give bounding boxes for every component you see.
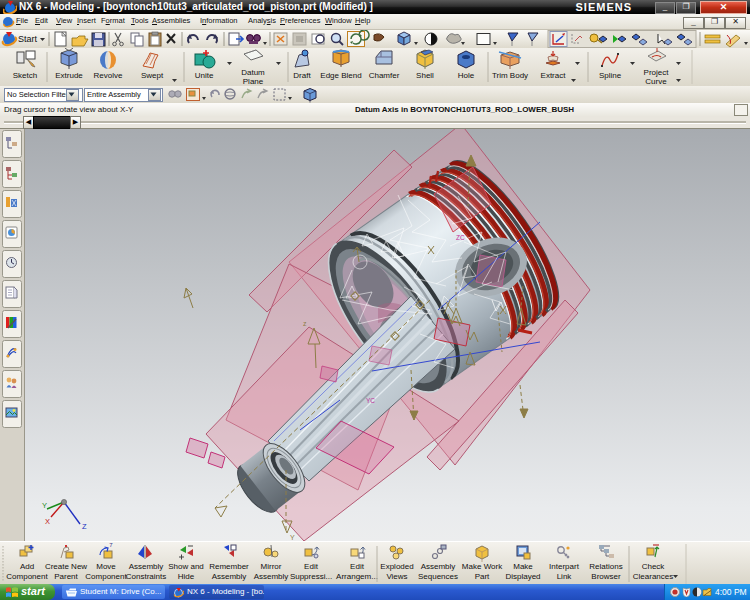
svg-text:Curve: Curve [645,77,667,86]
svg-text:Assembly: Assembly [421,562,456,571]
svg-text:Trim Body: Trim Body [492,71,528,80]
svg-text:Draft: Draft [293,71,311,80]
svg-text:Link: Link [557,572,573,581]
svg-text:Y: Y [290,534,295,541]
svg-text:Shell: Shell [416,71,434,80]
svg-text:Constraints: Constraints [126,572,166,581]
svg-text:Edit: Edit [304,562,319,571]
svg-text:Spline: Spline [599,71,622,80]
svg-text:Clearances: Clearances [633,572,673,581]
svg-text:Make: Make [513,562,533,571]
svg-text:X: X [45,517,50,526]
svg-text:Suppressi...: Suppressi... [290,572,332,581]
svg-text:Create New: Create New [45,562,87,571]
svg-text:Extract: Extract [541,71,567,80]
svg-text:Move: Move [96,562,116,571]
svg-text:ZC: ZC [456,234,465,241]
svg-text:Plane: Plane [243,77,264,86]
svg-text:Edge Blend: Edge Blend [320,71,361,80]
svg-text:Y: Y [42,501,47,510]
svg-text:Check: Check [642,562,666,571]
svg-text:YC: YC [366,397,375,404]
svg-text:Project: Project [644,68,670,77]
svg-text:Remember: Remember [209,562,249,571]
svg-text:Start: Start [18,34,38,44]
svg-text:Extrude: Extrude [55,71,83,80]
svg-text:Edit: Edit [350,562,365,571]
svg-text:Hide: Hide [178,572,195,581]
svg-text:Make Work: Make Work [462,562,503,571]
svg-text:Interpart: Interpart [549,562,580,571]
svg-text:Mirror: Mirror [261,562,282,571]
svg-text:z: z [303,320,307,327]
svg-text:Exploded: Exploded [380,562,413,571]
svg-text:Browser: Browser [591,572,621,581]
svg-text:Views: Views [386,572,407,581]
svg-text:Arrangem...: Arrangem... [336,572,378,581]
svg-text:Z: Z [82,522,87,531]
svg-text:Displayed: Displayed [505,572,540,581]
svg-text:Relations: Relations [589,562,622,571]
svg-text:Component: Component [6,572,48,581]
svg-text:Assembly: Assembly [129,562,164,571]
svg-text:Add: Add [20,562,34,571]
svg-text:7: 7 [109,542,113,548]
svg-text:Chamfer: Chamfer [369,71,400,80]
svg-text:Revolve: Revolve [94,71,123,80]
svg-text:Component: Component [85,572,127,581]
svg-text:Swept: Swept [141,71,164,80]
svg-text:Unite: Unite [195,71,214,80]
svg-text:Datum: Datum [241,68,265,77]
svg-text:Parent: Parent [54,572,78,581]
svg-text:Part: Part [475,572,490,581]
svg-text:Show and: Show and [168,562,204,571]
svg-text:Hole: Hole [458,71,475,80]
svg-text:Sketch: Sketch [13,71,37,80]
svg-text:Assembly: Assembly [212,572,247,581]
svg-text:Sequences: Sequences [418,572,458,581]
svg-text:Assembly: Assembly [254,572,289,581]
